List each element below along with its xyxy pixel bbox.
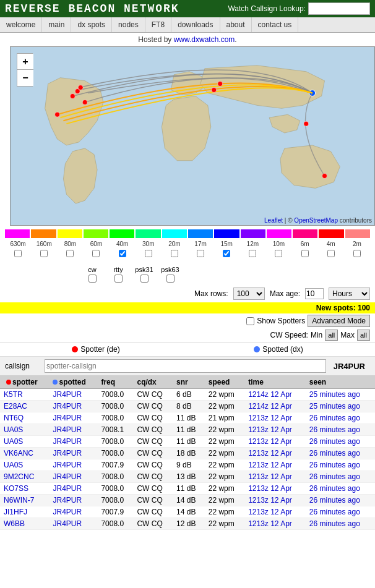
nav-item-main[interactable]: main (42, 17, 71, 32)
cell-spotted-5[interactable]: JR4PUR (49, 448, 97, 459)
nav-item-dx-spots[interactable]: dx spots (71, 17, 112, 32)
cell-time-6: 1213z 12 Apr (244, 459, 306, 471)
spotter-callsign-input[interactable] (45, 359, 326, 373)
table-row[interactable]: UA0SJR4PUR7008.1CW CQ11 dB22 wpm1213z 12… (0, 424, 375, 436)
table-row[interactable]: KO7SSJR4PUR7008.0CW CQ11 dB22 wpm1213z 1… (0, 483, 375, 495)
cell-spotted-4[interactable]: JR4PUR (49, 436, 97, 448)
nav-item-downloads[interactable]: downloads (171, 17, 220, 32)
table-row[interactable]: K5TRJR4PUR7008.0CW CQ6 dB22 wpm1214z 12 … (0, 389, 375, 401)
col-header-snr[interactable]: snr (173, 376, 205, 389)
band-checkbox-15m[interactable] (223, 250, 230, 257)
col-header-spotted[interactable]: spotted (49, 376, 97, 389)
table-row[interactable]: UA0SJR4PUR7007.9CW CQ9 dB22 wpm1213z 12 … (0, 459, 375, 471)
cell-spotter-10[interactable]: JI1HFJ (0, 506, 49, 518)
nav-item-nodes[interactable]: nodes (112, 17, 145, 32)
col-header-freq[interactable]: freq (97, 376, 133, 389)
cell-spotted-10[interactable]: JR4PUR (49, 506, 97, 518)
svg-point-8 (218, 82, 223, 87)
band-checkbox-630m[interactable] (14, 250, 22, 257)
band-checkbox-12m[interactable] (249, 250, 256, 257)
cell-spotted-0[interactable]: JR4PUR (49, 389, 97, 401)
nav-item-about[interactable]: about (220, 17, 252, 32)
max-age-units-select[interactable]: HoursMinutes (329, 288, 370, 300)
cell-spotter-1[interactable]: E28AC (0, 401, 49, 412)
mode-checkbox-psk31[interactable] (140, 275, 149, 283)
band-checkbox-17m[interactable] (197, 250, 204, 257)
cell-spotter-2[interactable]: NT6Q (0, 412, 49, 424)
cell-spotter-3[interactable]: UA0S (0, 424, 49, 436)
cell-spotter-0[interactable]: K5TR (0, 389, 49, 401)
watch-callsign-input[interactable] (308, 2, 370, 15)
cell-spotted-1[interactable]: JR4PUR (49, 401, 97, 412)
svg-point-2 (82, 100, 87, 104)
table-row[interactable]: VK6ANCJR4PUR7008.0CW CQ18 dB22 wpm1213z … (0, 448, 375, 459)
leaflet-link[interactable]: Leaflet (264, 217, 283, 224)
advanced-mode-button[interactable]: Advanced Mode (308, 315, 370, 327)
table-row[interactable]: E28ACJR4PUR7008.0CW CQ8 dB22 wpm1214z 12… (0, 401, 375, 412)
max-rows-select[interactable]: 1002005001000 (233, 288, 265, 300)
osm-link[interactable]: OpenStreetMap (294, 217, 338, 224)
band-checkbox-wrapper-630m (5, 250, 31, 257)
band-checkbox-4m[interactable] (327, 250, 335, 257)
band-checkbox-2m[interactable] (353, 250, 361, 257)
table-row[interactable]: 9M2CNCJR4PUR7008.0CW CQ13 dB22 wpm1213z … (0, 471, 375, 483)
cell-time-0: 1214z 12 Apr (244, 389, 306, 401)
map[interactable]: + − Leaflet | © OpenStreetMap contributo… (10, 46, 375, 226)
band-label-17m: 17m (188, 241, 213, 247)
cell-spotted-11[interactable]: JR4PUR (49, 518, 97, 530)
cell-spotted-2[interactable]: JR4PUR (49, 412, 97, 424)
cell-spotted-6[interactable]: JR4PUR (49, 459, 97, 471)
band-checkbox-160m[interactable] (40, 250, 48, 257)
col-header-speed[interactable]: speed (205, 376, 244, 389)
mode-checkbox-cw[interactable] (88, 275, 97, 283)
table-row[interactable]: N6WIN-7JR4PUR7008.0CW CQ14 dB22 wpm1213z… (0, 495, 375, 506)
nav-item-contact-us[interactable]: contact us (252, 17, 299, 32)
band-checkbox-80m[interactable] (66, 250, 74, 257)
max-all-button[interactable]: all (357, 330, 370, 341)
cell-spotter-7[interactable]: 9M2CNC (0, 471, 49, 483)
table-row[interactable]: W6BBJR4PUR7008.0CW CQ12 dB22 wpm1213z 12… (0, 518, 375, 530)
band-checkbox-20m[interactable] (171, 250, 178, 257)
cell-spotter-9[interactable]: N6WIN-7 (0, 495, 49, 506)
table-row[interactable]: NT6QJR4PUR7008.0CW CQ11 dB21 wpm1213z 12… (0, 412, 375, 424)
col-header-spotter[interactable]: spotter (0, 376, 49, 389)
zoom-out-button[interactable]: − (17, 70, 33, 86)
mode-checkbox-rtty[interactable] (114, 275, 123, 283)
col-header-cq/dx[interactable]: cq/dx (133, 376, 173, 389)
band-checkbox-wrapper-30m (136, 250, 162, 257)
min-all-button[interactable]: all (325, 330, 338, 341)
cell-spotter-5[interactable]: VK6ANC (0, 448, 49, 459)
cell-spotter-11[interactable]: W6BB (0, 518, 49, 530)
cell-spotted-9[interactable]: JR4PUR (49, 495, 97, 506)
mode-label-rtty: rtty (113, 266, 123, 273)
cell-seen-2: 26 minutes ago (306, 412, 375, 424)
cell-snr-9: 14 dB (173, 495, 205, 506)
band-checkbox-40m[interactable] (119, 250, 126, 257)
table-row[interactable]: UA0SJR4PUR7008.0CW CQ11 dB22 wpm1213z 12… (0, 436, 375, 448)
dxwatch-link[interactable]: www.dxwatch.com (174, 35, 235, 44)
band-label-15m: 15m (213, 241, 239, 247)
nav-item-FT8[interactable]: FT8 (145, 17, 171, 32)
col-header-time[interactable]: time (244, 376, 306, 389)
band-checkbox-6m[interactable] (301, 250, 309, 257)
nav-item-welcome[interactable]: welcome (0, 17, 42, 32)
zoom-in-button[interactable]: + (17, 54, 33, 70)
mode-item-psk63: psk63 (157, 266, 183, 273)
cell-spotter-4[interactable]: UA0S (0, 436, 49, 448)
show-spotters-checkbox[interactable] (246, 317, 254, 325)
band-checkbox-60m[interactable] (92, 250, 100, 257)
cell-spotter-6[interactable]: UA0S (0, 459, 49, 471)
cell-spotter-8[interactable]: KO7SS (0, 483, 49, 495)
band-checkbox-30m[interactable] (145, 250, 152, 257)
cell-spotted-7[interactable]: JR4PUR (49, 471, 97, 483)
cell-spotted-3[interactable]: JR4PUR (49, 424, 97, 436)
cell-snr-0: 6 dB (173, 389, 205, 401)
cell-freq-11: 7008.0 (97, 518, 133, 530)
cell-cqdx-4: CW CQ (133, 436, 173, 448)
table-row[interactable]: JI1HFJJR4PUR7007.9CW CQ14 dB22 wpm1213z … (0, 506, 375, 518)
max-age-input[interactable] (305, 288, 324, 299)
cell-spotted-8[interactable]: JR4PUR (49, 483, 97, 495)
band-checkbox-10m[interactable] (275, 250, 282, 257)
col-header-seen[interactable]: seen (306, 376, 375, 389)
mode-checkbox-psk63[interactable] (166, 275, 175, 283)
